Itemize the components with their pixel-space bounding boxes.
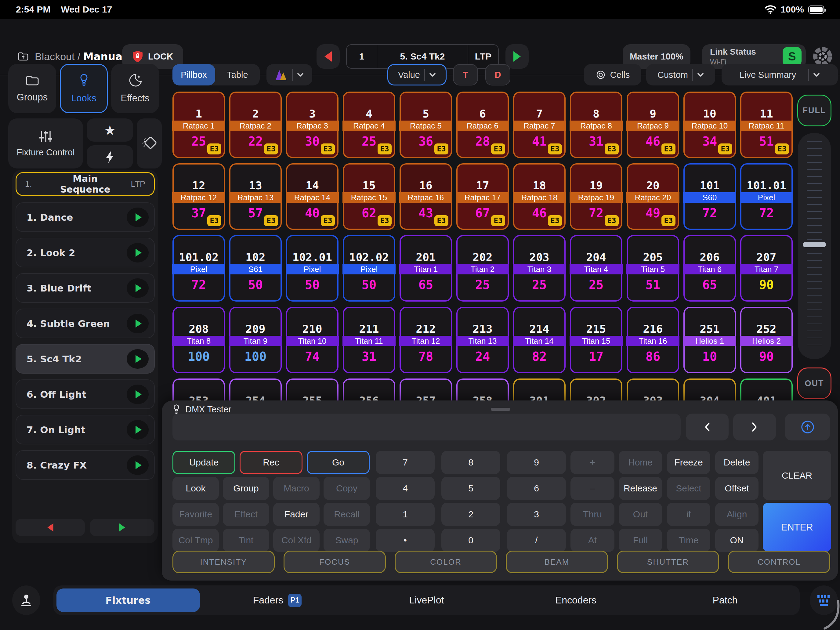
transport-back-button[interactable] [317, 44, 340, 69]
prev-button[interactable] [686, 414, 729, 441]
play-cue-button[interactable] [127, 385, 148, 404]
fixture-cell-211[interactable]: 211Titan 1131 [343, 307, 395, 373]
live-summary-dropdown[interactable]: Live Summary [722, 64, 838, 85]
key-copy[interactable]: Copy [324, 477, 370, 500]
key--[interactable]: – [570, 477, 614, 500]
fixture-cell-101[interactable]: 101S6072 [684, 163, 736, 230]
out-button[interactable]: OUT [797, 368, 831, 399]
sequence-item[interactable]: 8. Crazy FX [16, 450, 155, 480]
next-button[interactable] [733, 414, 776, 441]
key-delete[interactable]: Delete [715, 451, 758, 474]
fixture-cell-5[interactable]: 5Ratpac 536E3 [399, 92, 452, 158]
key-on[interactable]: ON [715, 529, 758, 552]
key-7[interactable]: 7 [376, 451, 435, 474]
nav-faders[interactable]: FadersP1 [203, 586, 352, 615]
key-2[interactable]: 2 [441, 503, 500, 526]
value-dropdown[interactable]: Value [387, 64, 447, 85]
key-3[interactable]: 3 [507, 503, 566, 526]
fixture-cell-7[interactable]: 7Ratpac 741E3 [513, 92, 565, 158]
fixture-cell-102.02[interactable]: 102.02Pixel50 [343, 235, 395, 302]
key-col-tmp[interactable]: Col Tmp [172, 529, 219, 552]
key--[interactable]: • [376, 529, 435, 552]
drag-handle[interactable] [491, 408, 510, 411]
fixture-cell-252[interactable]: 252Helios 290 [740, 307, 793, 373]
key-fader[interactable]: Fader [273, 503, 320, 526]
fixture-cell-205[interactable]: 205Titan 551 [627, 235, 679, 302]
fixture-cell-8[interactable]: 8Ratpac 831E3 [570, 92, 622, 158]
d-button[interactable]: D [485, 64, 510, 85]
key-9[interactable]: 9 [507, 451, 566, 474]
key-col-xfd[interactable]: Col Xfd [273, 529, 320, 552]
key-freeze[interactable]: Freeze [667, 451, 710, 474]
fixture-cell-216[interactable]: 216Titan 1686 [627, 307, 679, 373]
fixture-control-button[interactable]: Fixture Control [8, 118, 83, 169]
category-intensity[interactable]: INTENSITY [172, 551, 275, 573]
sequence-item[interactable]: 4. Subtle Green [16, 309, 155, 338]
fixture-cell-19[interactable]: 19Ratpac 1972E3 [570, 163, 622, 230]
play-cue-button[interactable] [127, 349, 148, 369]
fixture-cell-204[interactable]: 204Titan 425 [570, 235, 622, 302]
key--[interactable]: + [570, 451, 614, 474]
nav-patch[interactable]: Patch [651, 586, 800, 615]
fixture-cell-15[interactable]: 15Ratpac 1562E3 [343, 163, 395, 230]
key-select[interactable]: Select [667, 477, 710, 500]
t-button[interactable]: T [453, 64, 478, 85]
key-release[interactable]: Release [619, 477, 662, 500]
fixture-cell-215[interactable]: 215Titan 1517 [570, 307, 622, 373]
fixture-cell-210[interactable]: 210Titan 1074 [286, 307, 338, 373]
fixture-cell-18[interactable]: 18Ratpac 1846E3 [513, 163, 565, 230]
fixture-cell-209[interactable]: 209Titan 9100 [229, 307, 282, 373]
play-cue-button[interactable] [127, 314, 148, 333]
play-cue-button[interactable] [127, 455, 148, 475]
quick-actions-button[interactable] [87, 145, 133, 169]
key-5[interactable]: 5 [441, 477, 500, 500]
fixture-cell-102.01[interactable]: 102.01Pixel50 [286, 235, 338, 302]
fixture-type-filter[interactable] [267, 64, 312, 85]
key-at[interactable]: At [570, 529, 614, 552]
fixture-cell-101.02[interactable]: 101.02Pixel72 [172, 235, 225, 302]
view-toggle[interactable]: Pillbox Table [172, 64, 260, 85]
fixture-cell-101.01[interactable]: 101.01Pixel72 [740, 163, 793, 230]
key-update[interactable]: Update [172, 451, 235, 474]
fixture-cell-11[interactable]: 11Ratpac 1151E3 [740, 92, 793, 158]
view-table-tab[interactable]: Table [215, 70, 260, 80]
key-favorite[interactable]: Favorite [172, 503, 219, 526]
key-effect[interactable]: Effect [223, 503, 269, 526]
key-8[interactable]: 8 [441, 451, 500, 474]
sequence-item[interactable]: 7. On Light [16, 415, 155, 444]
command-input[interactable] [172, 414, 681, 441]
fixture-cell-17[interactable]: 17Ratpac 1767E3 [456, 163, 509, 230]
sidebar-tab-groups[interactable]: Groups [8, 64, 56, 113]
fixture-cell-251[interactable]: 251Helios 110 [684, 307, 736, 373]
view-pillbox-tab[interactable]: Pillbox [172, 64, 215, 85]
key-4[interactable]: 4 [376, 477, 435, 500]
key-home[interactable]: Home [619, 451, 662, 474]
fixture-cell-10[interactable]: 10Ratpac 1034E3 [684, 92, 736, 158]
sequence-forward-button[interactable] [90, 519, 154, 536]
key-6[interactable]: 6 [507, 477, 566, 500]
key--[interactable]: / [507, 529, 566, 552]
key-tint[interactable]: Tint [223, 529, 269, 552]
nav-encoders[interactable]: Encoders [501, 586, 651, 615]
fixture-cell-212[interactable]: 212Titan 1278 [399, 307, 452, 373]
sequence-item[interactable]: 5. Sc4 Tk2 [16, 344, 155, 374]
sequence-header[interactable]: 1. Main Sequence LTP [16, 172, 155, 196]
nav-liveplot[interactable]: LivePlot [352, 586, 501, 615]
key-1[interactable]: 1 [376, 503, 435, 526]
key-macro[interactable]: Macro [273, 477, 320, 500]
sequence-item[interactable]: 1. Dance [16, 202, 155, 232]
fixture-cell-213[interactable]: 213Titan 1324 [456, 307, 509, 373]
favorites-button[interactable]: ★ [87, 118, 133, 142]
key-clear[interactable]: CLEAR [763, 451, 831, 500]
layers-button[interactable] [137, 118, 162, 169]
play-cue-button[interactable] [127, 420, 148, 439]
custom-dropdown[interactable]: Custom [646, 64, 715, 85]
sequence-item[interactable]: 6. Off Light [16, 379, 155, 409]
category-beam[interactable]: BEAM [506, 551, 608, 573]
fixture-cell-20[interactable]: 20Ratpac 2049E3 [627, 163, 679, 230]
sequence-item[interactable]: 2. Look 2 [16, 238, 155, 267]
fixture-cell-16[interactable]: 16Ratpac 1643E3 [399, 163, 452, 230]
fixture-cell-202[interactable]: 202Titan 225 [456, 235, 509, 302]
transport-go-button[interactable] [505, 44, 529, 69]
sequence-back-button[interactable] [16, 519, 85, 536]
